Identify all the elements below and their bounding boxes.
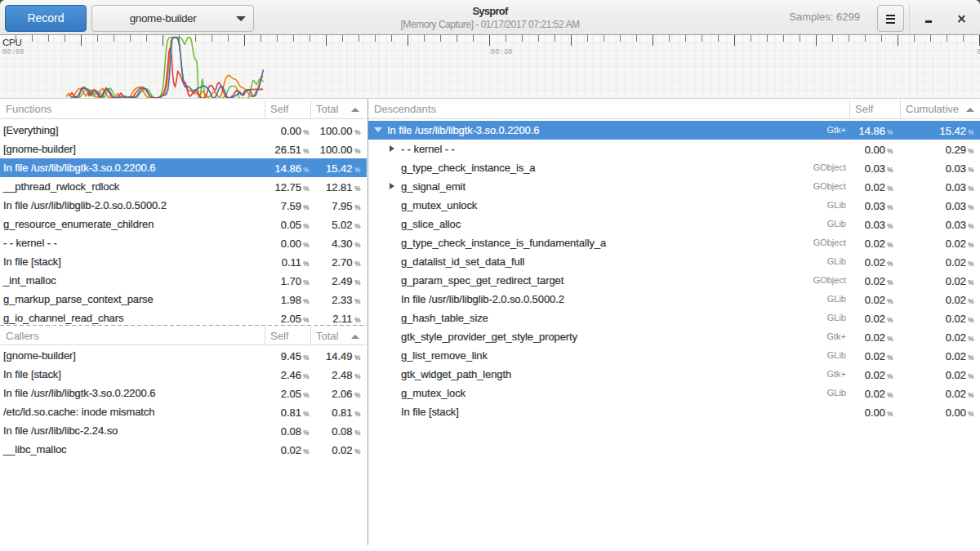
svg-text:00:30: 00:30 [491,48,513,56]
svg-text:00:00: 00:00 [2,48,24,56]
svg-text:CPU: CPU [2,38,21,47]
svg-text:01:00: 01:00 [978,48,980,56]
